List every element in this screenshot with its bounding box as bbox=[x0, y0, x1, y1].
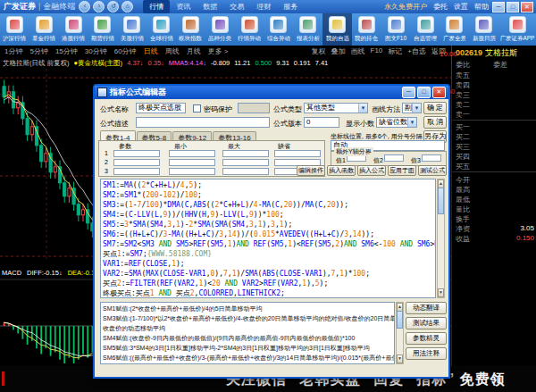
dialog-maximize-button[interactable]: □ bbox=[417, 87, 431, 98]
info-row-净资[interactable]: 净资3.05 bbox=[456, 224, 534, 234]
period-30分钟[interactable]: 30分钟 bbox=[85, 46, 107, 56]
menu-item-数据[interactable]: 数据 bbox=[197, 0, 223, 13]
toolbar-item-我的持仓[interactable]: 我的持仓 bbox=[352, 13, 381, 46]
period-日线[interactable]: 日线 bbox=[144, 46, 158, 56]
scroll-down-icon[interactable]: ▼ bbox=[438, 288, 444, 297]
toolbar-item-广发全景[interactable]: 广发全景 bbox=[440, 13, 469, 46]
param-input[interactable] bbox=[222, 159, 269, 166]
toolbar-item-全球行情[interactable]: 全球行情 bbox=[147, 13, 176, 46]
window-close-button[interactable]: ✕ bbox=[521, 2, 533, 13]
toolbar-item-我的自选[interactable]: 我的自选 bbox=[322, 13, 352, 46]
toolbar-item-基金行情[interactable]: 基金行情 bbox=[29, 13, 59, 46]
period-60分钟[interactable]: 60分钟 bbox=[114, 46, 137, 56]
sell-row-卖二[interactable]: 卖二 bbox=[456, 100, 534, 110]
param-input[interactable] bbox=[169, 159, 215, 166]
formula-type-select[interactable]: 其他类型▼ bbox=[304, 103, 368, 113]
toolbar-item-期货行情[interactable]: 期货行情 bbox=[88, 13, 117, 46]
menu-item-交易[interactable]: 交易 bbox=[223, 0, 250, 13]
tool-叠加[interactable]: 叠加 bbox=[331, 46, 346, 56]
action-button-编辑操作[interactable]: 编辑操作 bbox=[297, 165, 325, 176]
side-button-参数精灵[interactable]: 参数精灵 bbox=[406, 332, 447, 345]
toolbar-item-港股行情[interactable]: 港股行情 bbox=[59, 13, 88, 46]
nav-icon-1[interactable]: › bbox=[93, 1, 105, 13]
menu-right-1[interactable]: 委托 bbox=[433, 2, 448, 12]
menu-item-资讯[interactable]: 资讯 bbox=[170, 0, 197, 13]
toolbar-item-广发证券APP[interactable]: 广发证券APP bbox=[498, 13, 536, 46]
period-月线[interactable]: 月线 bbox=[187, 46, 201, 56]
dialog-close-button[interactable]: ✕ bbox=[432, 87, 446, 98]
formula-desc-input[interactable] bbox=[136, 117, 270, 128]
formula-version-input[interactable]: 0 bbox=[304, 117, 339, 128]
toolbar-item-综合异动[interactable]: 综合异动 bbox=[264, 13, 293, 46]
toolbar-item-品种分类[interactable]: 品种分类 bbox=[205, 13, 235, 46]
buy-row-买四[interactable]: 买四 bbox=[456, 152, 534, 162]
period-更多 >[interactable]: 更多 > bbox=[208, 46, 229, 56]
nav-icon-2[interactable]: ↺ bbox=[107, 1, 119, 13]
param-input[interactable] bbox=[169, 168, 215, 175]
info-row-最低[interactable]: 最低 bbox=[456, 195, 534, 204]
side-button-用法注释[interactable]: 用法注释 bbox=[406, 347, 447, 360]
tool-F10[interactable]: F10 bbox=[371, 46, 383, 56]
draw-method-select[interactable]: 副图▼ bbox=[402, 103, 422, 113]
menu-item-理财[interactable]: 理财 bbox=[250, 0, 277, 13]
period-周线[interactable]: 周线 bbox=[165, 46, 180, 56]
buy-row-买二[interactable]: 买二 bbox=[456, 132, 534, 142]
window-maximize-button[interactable]: □ bbox=[507, 2, 519, 13]
param-input[interactable] bbox=[113, 150, 160, 157]
buy-row-买一[interactable]: 买一 bbox=[456, 122, 534, 132]
editor-scrollbar[interactable]: ▲ ▼ bbox=[437, 179, 445, 298]
param-input[interactable] bbox=[169, 150, 215, 157]
info-row-收益[interactable]: 收益0.150 bbox=[456, 234, 534, 244]
toolbar-item-美股行情[interactable]: 美股行情 bbox=[117, 13, 147, 46]
param-input[interactable] bbox=[113, 168, 160, 175]
action-button-插入函数[interactable]: 插入函数 bbox=[327, 165, 356, 176]
sell-row-卖一[interactable]: 卖一 bbox=[456, 110, 534, 120]
ok-button[interactable]: 确 定 bbox=[423, 102, 447, 114]
sell-row-卖四[interactable]: 卖四 bbox=[456, 80, 534, 90]
extra-value-input-值2[interactable] bbox=[384, 154, 404, 162]
tool-+自选[interactable]: +自选 bbox=[407, 46, 426, 56]
toolbar-item-行情异动[interactable]: 行情异动 bbox=[235, 13, 264, 46]
dialog-minimize-button[interactable]: ─ bbox=[402, 87, 415, 98]
side-button-测试结果[interactable]: 测试结果 bbox=[406, 317, 447, 329]
info-row-量比[interactable]: 量比 bbox=[456, 204, 534, 214]
menu-right-3[interactable]: 帮助 bbox=[474, 2, 489, 12]
decimal-select[interactable]: 缺省位数▼ bbox=[376, 117, 417, 128]
quote-header[interactable]: 002619艾格拉斯 bbox=[456, 47, 517, 59]
param-input[interactable] bbox=[113, 159, 160, 166]
cancel-button[interactable]: 取 消 bbox=[423, 116, 447, 129]
window-minimize-button[interactable]: ─ bbox=[492, 2, 505, 13]
scrollbar-thumb[interactable] bbox=[397, 311, 403, 329]
scrollbar-thumb[interactable] bbox=[438, 188, 444, 214]
menu-item-服务[interactable]: 服务 bbox=[277, 0, 304, 13]
tool-复权[interactable]: 复权 bbox=[312, 46, 326, 56]
info-row-今开[interactable]: 今开 bbox=[456, 175, 534, 185]
sell-row-卖五[interactable]: 卖五 bbox=[456, 71, 534, 80]
tool-画线[interactable]: 画线 bbox=[351, 46, 365, 56]
dialog-title-bar[interactable]: 指标公式编辑器 ─ □ ✕ bbox=[95, 86, 448, 99]
info-row-最高[interactable]: 最高 bbox=[456, 185, 534, 195]
period-5分钟[interactable]: 5分钟 bbox=[29, 46, 47, 56]
formula-name-input[interactable]: 终极买点选股 bbox=[136, 103, 186, 113]
scroll-down-icon[interactable]: ▼ bbox=[397, 354, 403, 363]
nav-icon-3[interactable]: ⌂ bbox=[121, 1, 133, 13]
action-button-测试公式[interactable]: 测试公式 bbox=[418, 165, 447, 176]
toolbar-item-自选管理[interactable]: 自选管理 bbox=[411, 13, 440, 46]
toolbar-item-板块指数[interactable]: 板块指数 bbox=[176, 13, 205, 46]
nav-icon-0[interactable]: ‹ bbox=[79, 1, 90, 13]
info-row-换手[interactable]: 换手 bbox=[456, 214, 534, 224]
formula-code-editor[interactable]: SM1:=MA((2*C+H+L)/4,5);SM2:=SM1*(200-102… bbox=[100, 179, 436, 298]
action-button-插入公式[interactable]: 插入公式 bbox=[357, 165, 386, 176]
param-input[interactable] bbox=[222, 168, 269, 175]
sell-row-卖三[interactable]: 卖三 bbox=[456, 90, 534, 100]
password-protect-checkbox[interactable] bbox=[193, 104, 201, 113]
toolbar-item-报表分析[interactable]: 报表分析 bbox=[293, 13, 322, 46]
toolbar-item-沪深行情[interactable]: 沪深行情 bbox=[0, 13, 29, 46]
menu-right-0[interactable]: 永久免费开户 bbox=[384, 2, 427, 12]
buy-row-买三[interactable]: 买三 bbox=[456, 142, 534, 152]
side-button-动态翻译[interactable]: 动态翻译 bbox=[406, 302, 447, 314]
param-input[interactable] bbox=[222, 150, 269, 157]
toolbar-item-新股日历[interactable]: 新股日历 bbox=[469, 13, 498, 46]
password-input[interactable] bbox=[238, 103, 270, 113]
param-input[interactable] bbox=[274, 150, 321, 157]
